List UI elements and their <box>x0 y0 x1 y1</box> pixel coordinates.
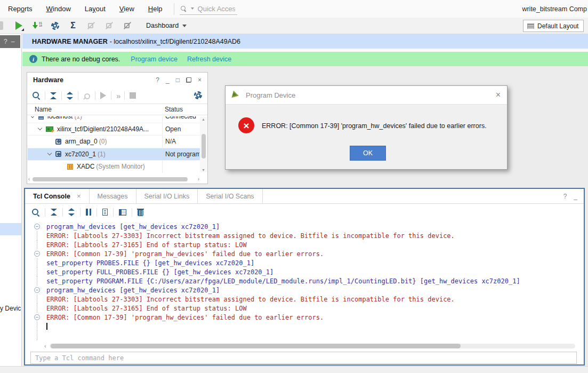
dialog-title-bar[interactable]: Program Device × <box>225 86 507 105</box>
console-text: ERROR: [Labtools 27-3303] Incorrect bits… <box>46 296 455 303</box>
device-name: XADC <box>77 163 94 170</box>
console-text: set_property PROGRAM.FILE {C:/Users/azar… <box>46 277 520 285</box>
dashboard-dropdown[interactable]: Dashboard <box>146 22 187 29</box>
collapse-all-icon[interactable] <box>51 208 57 216</box>
minimize-icon[interactable]: – <box>11 38 15 45</box>
float-icon[interactable] <box>186 77 191 83</box>
console-text: ERROR: [Common 17-39] 'program_hw_device… <box>46 314 324 321</box>
hardware-panel-header: Hardware ?_□× <box>27 73 207 88</box>
hardware-tree: localhost(1)Connectedxilinx_tcf/Digilent… <box>28 116 207 173</box>
close-icon[interactable]: × <box>198 76 202 84</box>
console-line: ERROR: [Labtools 27-3303] Incorrect bits… <box>25 295 582 304</box>
help-icon[interactable]: ? <box>4 38 7 45</box>
console-output[interactable]: program_hw_devices [get_hw_devices xc7z0… <box>25 222 582 342</box>
console-line: program_hw_devices [get_hw_devices xc7z0… <box>25 222 582 231</box>
gear-icon[interactable] <box>194 91 202 99</box>
chevron-down-icon[interactable] <box>38 126 42 130</box>
collapse-all-icon[interactable] <box>50 92 57 100</box>
disabled-icon <box>105 21 114 30</box>
fold-marker-icon[interactable] <box>34 314 40 320</box>
trash-icon[interactable] <box>138 210 143 216</box>
disabled-tool-button-3 <box>120 19 134 32</box>
tab-messages[interactable]: Messages <box>90 189 136 203</box>
menu-bar: ReportsWindowLayoutViewHelp write_bitstr… <box>0 0 588 18</box>
banner-target: - localhost/xilinx_tcf/Digilent/210248A4… <box>110 38 240 45</box>
toggle-line-columns-icon[interactable] <box>119 209 126 216</box>
scroll-right-arrow[interactable]: › <box>198 176 199 182</box>
tcl-console-panel: Tcl Console×MessagesSerial I/O LinksSeri… <box>24 188 585 366</box>
fold-marker-icon[interactable] <box>34 251 40 257</box>
disabled-tool-button-1 <box>84 19 98 32</box>
report-button[interactable]: Σ <box>66 19 80 32</box>
tab-serial-i-o-scans[interactable]: Serial I/O Scans <box>198 189 262 203</box>
scrollbar-thumb[interactable] <box>51 344 461 348</box>
expand-all-icon[interactable] <box>67 92 73 100</box>
console-line: ERROR: [Labtools 27-3303] Incorrect bits… <box>25 231 582 240</box>
column-header-name[interactable]: Name <box>27 106 52 113</box>
menu-item-view[interactable]: View <box>112 2 141 15</box>
horizontal-scrollbar[interactable]: ‹ › <box>28 176 199 182</box>
tree-row-xadc[interactable]: XADC(System Monitor) <box>28 161 207 173</box>
console-cursor-line[interactable] <box>25 322 582 331</box>
scroll-left-arrow[interactable]: ‹ <box>28 176 30 182</box>
device-name: xilinx_tcf/Digilent/210248A49A... <box>57 125 149 133</box>
link-refresh-device[interactable]: Refresh device <box>187 55 231 63</box>
run-button[interactable] <box>12 19 26 32</box>
console-line: set_property FULL_PROBES.FILE {} [get_hw… <box>25 267 582 276</box>
vertical-scrollbar[interactable]: ▲ ▼ <box>200 117 207 172</box>
minimize-icon[interactable]: _ <box>574 193 577 200</box>
console-horizontal-scrollbar[interactable]: ‹ <box>44 343 575 349</box>
sigma-icon: Σ <box>70 21 76 30</box>
pause-output-icon[interactable] <box>86 209 91 216</box>
program-device-button[interactable]: 01 10 <box>30 19 44 32</box>
quick-access-search[interactable] <box>180 3 237 15</box>
tree-row-localhost[interactable]: localhost(1)Connected <box>28 116 207 123</box>
device-status: Open <box>165 125 199 133</box>
tree-row-xc7z020-1[interactable]: xc7z020_1(1)Not programmed <box>28 148 207 161</box>
console-toolbar <box>25 204 584 220</box>
ok-button[interactable]: OK <box>350 146 386 161</box>
help-icon[interactable]: ? <box>156 76 159 84</box>
fold-marker-icon[interactable] <box>34 287 40 293</box>
console-text: ERROR: [Labtools 27-3303] Incorrect bits… <box>46 232 455 240</box>
device-status: Connected <box>165 116 199 120</box>
scrollbar-thumb[interactable] <box>33 177 187 181</box>
menu-item-reports[interactable]: Reports <box>1 2 39 15</box>
quick-access-input[interactable] <box>198 5 235 13</box>
tcl-command-input[interactable] <box>30 352 577 364</box>
status-bar <box>0 366 588 373</box>
collapsed-selection-band <box>0 223 22 235</box>
chevron-down-icon[interactable] <box>30 116 35 118</box>
menu-item-help[interactable]: Help <box>141 2 170 15</box>
close-icon[interactable]: × <box>496 91 501 99</box>
chevron-down-icon[interactable] <box>47 151 52 155</box>
xadc-icon <box>67 164 73 170</box>
fast-forward-icon: » <box>116 92 119 100</box>
menu-item-layout[interactable]: Layout <box>78 2 112 15</box>
expand-all-icon[interactable] <box>68 208 75 216</box>
fold-marker-icon[interactable] <box>34 224 40 229</box>
maximize-icon[interactable]: □ <box>176 76 180 84</box>
minimize-icon[interactable]: _ <box>166 76 170 84</box>
device-name: arm_dap_0 <box>65 138 98 145</box>
settings-button[interactable] <box>48 19 62 32</box>
search-icon[interactable] <box>32 209 39 216</box>
scroll-left-arrow[interactable]: ‹ <box>44 343 46 349</box>
tree-row-arm-dap-0[interactable]: arm_dap_0(0)N/A <box>28 136 207 148</box>
search-icon[interactable] <box>33 92 40 99</box>
menu-item-window[interactable]: Window <box>39 2 78 15</box>
tree-row-xilinx-tcf-digilent-210248a49a[interactable]: xilinx_tcf/Digilent/210248A49A...Open <box>28 123 207 136</box>
column-header-status[interactable]: Status <box>165 106 183 113</box>
help-icon[interactable]: ? <box>563 193 567 200</box>
collapsed-panel-header[interactable]: ?– <box>0 35 20 48</box>
disabled-icon <box>87 21 95 30</box>
run-disabled-icon <box>100 92 106 99</box>
tab-serial-i-o-links[interactable]: Serial I/O Links <box>136 189 198 203</box>
tab-tcl-console[interactable]: Tcl Console× <box>25 189 90 203</box>
close-icon[interactable]: × <box>77 192 81 200</box>
scrollbar-thumb[interactable] <box>202 134 206 158</box>
layout-selector[interactable]: Default Layout <box>523 20 584 32</box>
link-program-device[interactable]: Program device <box>131 55 178 63</box>
hardware-panel-toolbar: » <box>27 88 207 104</box>
copy-icon[interactable] <box>102 209 108 216</box>
